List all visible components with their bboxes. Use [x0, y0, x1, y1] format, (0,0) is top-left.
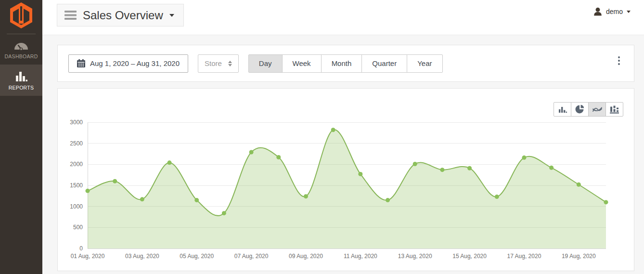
x-axis-tick-label: 03 Aug, 2020	[125, 253, 159, 260]
sidebar-item-label: REPORTS	[1, 85, 41, 91]
caret-down-icon	[627, 11, 631, 13]
reports-bars-icon	[15, 71, 27, 81]
data-point[interactable]	[577, 183, 581, 187]
kebab-menu-icon[interactable]	[616, 54, 622, 67]
x-axis-tick-label: 17 Aug, 2020	[507, 253, 541, 260]
x-axis-tick-label: 11 Aug, 2020	[344, 253, 377, 260]
period-button-day[interactable]: Day	[248, 54, 283, 73]
y-axis-tick-label: 2000	[70, 161, 83, 168]
data-point[interactable]	[440, 168, 444, 172]
line-chart-icon	[592, 105, 602, 113]
data-point[interactable]	[140, 197, 144, 201]
x-axis-tick-label: 01 Aug, 2020	[71, 253, 105, 260]
sales-overview-chart: 05001000150020002500300001 Aug, 202003 A…	[58, 89, 634, 271]
data-point[interactable]	[113, 179, 117, 183]
y-axis-tick-label: 3000	[70, 119, 83, 126]
header: Sales Overview demo	[42, 0, 644, 35]
page-title: Sales Overview	[83, 9, 163, 22]
user-name: demo	[606, 8, 623, 15]
data-point[interactable]	[467, 166, 472, 170]
store-select[interactable]: Store	[198, 54, 239, 73]
data-point[interactable]	[413, 162, 417, 166]
x-axis-tick-label: 13 Aug, 2020	[398, 253, 432, 260]
dashboard-gauge-icon	[14, 41, 28, 50]
period-button-group: Day Week Month Quarter Year	[248, 54, 443, 73]
x-axis-tick-label: 09 Aug, 2020	[289, 253, 323, 260]
y-axis-tick-label: 1500	[70, 182, 83, 189]
magento-logo[interactable]	[0, 0, 42, 31]
data-point[interactable]	[522, 156, 526, 160]
caret-down-icon	[169, 14, 174, 17]
chart-area-fill	[88, 130, 606, 248]
data-point[interactable]	[495, 195, 499, 199]
x-axis-tick-label: 15 Aug, 2020	[452, 253, 487, 260]
data-point[interactable]	[222, 211, 226, 215]
date-range-button[interactable]: Aug 1, 2020 – Aug 31, 2020	[68, 54, 188, 73]
chart-type-pie-button[interactable]	[571, 102, 589, 117]
period-button-quarter[interactable]: Quarter	[361, 54, 407, 73]
x-axis-tick-label: 05 Aug, 2020	[180, 253, 214, 260]
data-point[interactable]	[276, 155, 281, 159]
pie-chart-icon	[575, 104, 585, 114]
data-point[interactable]	[331, 128, 335, 132]
sidebar-item-reports[interactable]: REPORTS	[0, 65, 42, 96]
sort-arrows-icon	[228, 61, 232, 66]
period-button-week[interactable]: Week	[282, 54, 322, 73]
data-point[interactable]	[386, 198, 390, 202]
chart-type-line-button[interactable]	[588, 102, 606, 117]
bar-chart-icon	[558, 105, 567, 114]
data-point[interactable]	[194, 198, 199, 202]
stacked-bar-chart-icon	[610, 105, 619, 114]
y-axis-tick-label: 500	[73, 224, 83, 231]
report-title-dropdown[interactable]: Sales Overview	[57, 4, 184, 26]
user-menu[interactable]: demo	[593, 7, 631, 16]
data-point[interactable]	[304, 194, 308, 198]
period-button-month[interactable]: Month	[321, 54, 362, 73]
data-point[interactable]	[604, 200, 608, 204]
data-point[interactable]	[358, 172, 362, 176]
data-point[interactable]	[249, 150, 254, 155]
x-axis-tick-label: 07 Aug, 2020	[234, 253, 269, 260]
report-toolbar: Aug 1, 2020 – Aug 31, 2020 Store Day Wee…	[57, 45, 634, 82]
date-range-label: Aug 1, 2020 – Aug 31, 2020	[90, 59, 180, 67]
data-point[interactable]	[86, 189, 90, 193]
data-point[interactable]	[167, 160, 172, 165]
y-axis-tick-label: 1000	[70, 203, 83, 210]
y-axis-tick-label: 2500	[70, 140, 83, 147]
chart-type-bar-button[interactable]	[554, 102, 571, 117]
period-button-year[interactable]: Year	[407, 54, 442, 73]
sidebar-item-dashboard[interactable]: DASHBOARD	[0, 34, 42, 65]
sidebar-item-label: DASHBOARD	[1, 53, 41, 59]
user-icon	[593, 7, 602, 16]
y-axis-tick-label: 0	[79, 245, 83, 252]
chart-panel: 05001000150020002500300001 Aug, 202003 A…	[57, 88, 634, 271]
chart-type-stacked-button[interactable]	[605, 102, 623, 117]
data-point[interactable]	[549, 166, 554, 170]
chart-type-button-group	[554, 102, 623, 117]
sidebar: DASHBOARD REPORTS	[0, 0, 42, 274]
x-axis-tick-label: 19 Aug, 2020	[562, 253, 596, 260]
hamburger-icon	[64, 11, 77, 20]
store-select-label: Store	[205, 59, 222, 67]
magento-logo-icon	[10, 2, 33, 28]
calendar-icon	[77, 59, 85, 67]
